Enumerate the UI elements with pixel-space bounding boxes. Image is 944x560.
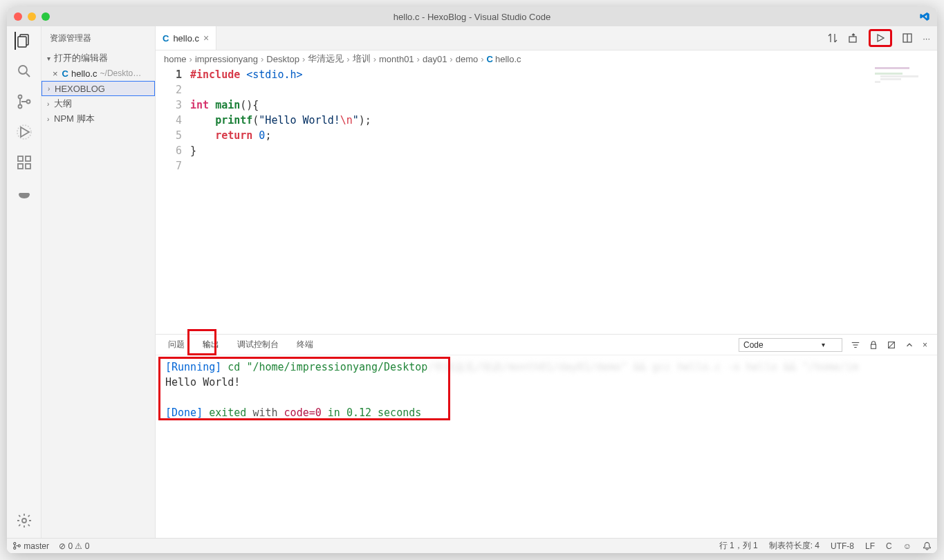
extensions-icon[interactable] bbox=[15, 153, 33, 171]
close-file-icon[interactable]: × bbox=[53, 68, 58, 79]
open-changes-icon[interactable] bbox=[848, 32, 859, 44]
project-root[interactable]: ›HEXOBLOG bbox=[41, 81, 155, 96]
svg-rect-14 bbox=[849, 37, 856, 42]
main-area: 资源管理器 ▾打开的编辑器 × C hello.c ~/Deskto… ›HEX… bbox=[7, 26, 937, 538]
crumb-6[interactable]: day01 bbox=[423, 54, 447, 64]
output-channel-select[interactable]: Code▾ bbox=[739, 338, 842, 352]
tabs-row: C hello.c × ··· bbox=[156, 26, 937, 50]
tab-filename: hello.c bbox=[173, 33, 199, 44]
traffic-lights bbox=[14, 12, 50, 21]
run-code-button[interactable] bbox=[869, 29, 892, 47]
tab-actions: ··· bbox=[820, 26, 937, 50]
open-file-name: hello.c bbox=[71, 68, 98, 79]
svg-point-4 bbox=[18, 95, 21, 99]
statusbar: master ⊘ 0 ⚠ 0 行 1，列 1 制表符长度: 4 UTF-8 LF… bbox=[7, 538, 937, 553]
npm-scripts-section[interactable]: ›NPM 脚本 bbox=[41, 111, 155, 127]
search-icon[interactable] bbox=[15, 62, 33, 80]
window: hello.c - HexoBlog - Visual Studio Code bbox=[7, 7, 937, 553]
explorer-tree: ▾打开的编辑器 × C hello.c ~/Deskto… ›HEXOBLOG … bbox=[41, 50, 155, 127]
breadcrumb[interactable]: home› impressionyang› Desktop› 华清远见› 培训›… bbox=[156, 50, 937, 67]
filter-icon[interactable] bbox=[851, 340, 860, 350]
svg-rect-22 bbox=[875, 81, 880, 83]
status-branch[interactable]: master bbox=[12, 541, 49, 551]
crumb-user[interactable]: impressionyang bbox=[195, 54, 258, 64]
crumb-3[interactable]: 华清远见 bbox=[308, 53, 344, 65]
lock-icon[interactable] bbox=[869, 340, 878, 350]
source-control-icon[interactable] bbox=[15, 93, 33, 111]
settings-gear-icon[interactable] bbox=[15, 512, 33, 530]
editor-split: 1 2 3 4 5 6 7 #include <stdio.h> int mai… bbox=[156, 67, 937, 538]
svg-rect-12 bbox=[26, 156, 30, 161]
svg-rect-1 bbox=[18, 37, 26, 47]
svg-point-31 bbox=[18, 544, 20, 546]
status-language[interactable]: C bbox=[886, 541, 892, 551]
svg-line-28 bbox=[889, 342, 895, 348]
panel-tabs: 问题 输出 调试控制台 终端 Code▾ × bbox=[156, 335, 937, 355]
titlebar: hello.c - HexoBlog - Visual Studio Code bbox=[7, 7, 937, 26]
editor-area: C hello.c × ··· home› impressionyang› De… bbox=[156, 26, 937, 538]
crumb-desktop[interactable]: Desktop bbox=[266, 54, 299, 64]
sidebar-header: 资源管理器 bbox=[41, 26, 155, 50]
open-editors-section[interactable]: ▾打开的编辑器 bbox=[41, 50, 155, 66]
open-editors-label: 打开的编辑器 bbox=[54, 52, 108, 64]
svg-line-3 bbox=[26, 73, 30, 77]
more-actions-icon[interactable]: ··· bbox=[923, 33, 930, 44]
code-editor[interactable]: 1 2 3 4 5 6 7 #include <stdio.h> int mai… bbox=[156, 67, 937, 334]
split-editor-icon[interactable] bbox=[902, 32, 913, 44]
project-name: HEXOBLOG bbox=[55, 84, 105, 94]
minimap[interactable] bbox=[875, 67, 930, 88]
line-gutter: 1 2 3 4 5 6 7 bbox=[156, 67, 190, 334]
compare-icon[interactable] bbox=[827, 32, 838, 44]
panel-tab-terminal[interactable]: 终端 bbox=[294, 337, 316, 352]
svg-point-29 bbox=[14, 542, 16, 544]
docker-icon[interactable] bbox=[15, 184, 33, 202]
status-eol[interactable]: LF bbox=[865, 541, 875, 551]
svg-point-2 bbox=[19, 66, 27, 74]
vscode-logo-icon bbox=[919, 11, 930, 22]
panel-toolbar: Code▾ × bbox=[739, 338, 927, 352]
crumb-5[interactable]: month01 bbox=[379, 54, 414, 64]
close-window-button[interactable] bbox=[14, 12, 22, 21]
maximize-window-button[interactable] bbox=[41, 12, 50, 21]
open-file-hello-c[interactable]: × C hello.c ~/Deskto… bbox=[41, 66, 155, 81]
panel-close-icon[interactable]: × bbox=[923, 340, 927, 350]
outline-section[interactable]: ›大纲 bbox=[41, 96, 155, 111]
explorer-icon[interactable] bbox=[15, 32, 33, 50]
tab-close-icon[interactable]: × bbox=[203, 32, 209, 44]
clear-output-icon[interactable] bbox=[887, 340, 896, 350]
code-content[interactable]: #include <stdio.h> int main(){ printf("H… bbox=[190, 67, 937, 334]
svg-point-6 bbox=[26, 100, 30, 104]
panel-chevron-up-icon[interactable] bbox=[905, 340, 914, 350]
panel-tab-debug[interactable]: 调试控制台 bbox=[234, 337, 281, 352]
bottom-panel: 问题 输出 调试控制台 终端 Code▾ × bbox=[156, 334, 937, 538]
status-lncol[interactable]: 行 1，列 1 bbox=[719, 540, 758, 552]
status-tabsize[interactable]: 制表符长度: 4 bbox=[769, 540, 820, 552]
svg-rect-9 bbox=[18, 156, 23, 161]
tab-hello-c[interactable]: C hello.c × bbox=[156, 26, 216, 50]
crumb-home[interactable]: home bbox=[164, 54, 187, 64]
svg-point-30 bbox=[14, 547, 16, 549]
crumb-file[interactable]: Chello.c bbox=[487, 54, 521, 64]
svg-rect-21 bbox=[880, 78, 901, 80]
crumb-7[interactable]: demo bbox=[456, 54, 479, 64]
status-feedback-icon[interactable]: ☺ bbox=[903, 541, 911, 551]
program-output: Hello World! bbox=[165, 375, 927, 390]
svg-rect-10 bbox=[18, 164, 23, 169]
outline-label: 大纲 bbox=[54, 97, 72, 110]
status-problems[interactable]: ⊘ 0 ⚠ 0 bbox=[59, 541, 89, 551]
output-body[interactable]: [Running] cd "/home/impressionyang/Deskt… bbox=[156, 355, 937, 538]
crumb-4[interactable]: 培训 bbox=[353, 53, 371, 65]
window-title: hello.c - HexoBlog - Visual Studio Code bbox=[7, 12, 937, 22]
svg-rect-26 bbox=[871, 344, 876, 348]
svg-rect-18 bbox=[875, 67, 909, 69]
minimize-window-button[interactable] bbox=[28, 12, 36, 21]
panel-tab-problems[interactable]: 问题 bbox=[165, 337, 187, 352]
debug-icon[interactable] bbox=[15, 123, 33, 141]
svg-rect-11 bbox=[26, 164, 30, 169]
status-bell-icon[interactable] bbox=[923, 541, 932, 550]
svg-marker-15 bbox=[878, 35, 884, 41]
status-encoding[interactable]: UTF-8 bbox=[831, 541, 854, 551]
svg-point-13 bbox=[22, 519, 26, 523]
panel-tab-output[interactable]: 输出 bbox=[200, 337, 222, 352]
svg-marker-7 bbox=[21, 127, 29, 137]
